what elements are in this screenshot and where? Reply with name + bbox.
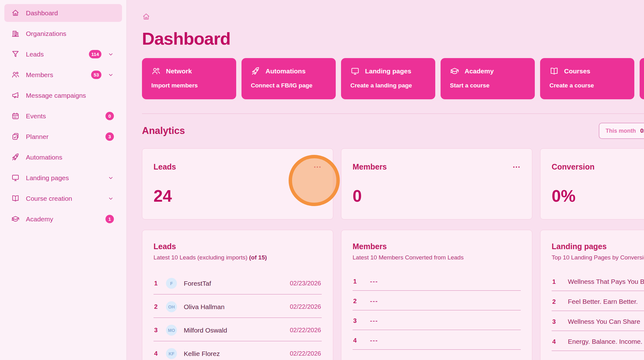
sidebar-item-label: Dashboard xyxy=(26,9,114,17)
sidebar-item-label: Landing pages xyxy=(26,174,101,182)
open-book-icon xyxy=(549,67,559,76)
quick-action-title: Courses xyxy=(564,67,590,75)
ellipsis-menu-icon[interactable]: ••• xyxy=(314,165,322,169)
landing-page-row[interactable]: 1 Wellness That Pays You Back xyxy=(552,275,644,291)
chevron-down-icon[interactable] xyxy=(108,195,114,202)
stat-card-leads: Leads ••• 24 xyxy=(142,148,333,219)
member-row[interactable]: 4 --- xyxy=(353,334,521,350)
list-title: Landing pages xyxy=(552,242,644,251)
funnel-icon xyxy=(11,50,20,58)
sidebar-item-label: Members xyxy=(26,71,85,79)
lead-row[interactable]: 1 F ForestTaf 02/23/2026 xyxy=(154,275,322,294)
users-icon xyxy=(11,71,20,79)
lists-row: Leads Latest 10 Leads (excluding imports… xyxy=(142,230,644,360)
avatar: OH xyxy=(166,301,177,312)
sidebar-item-message-campaigns[interactable]: Message campaigns xyxy=(4,86,122,104)
building-icon xyxy=(11,29,20,38)
member-row[interactable]: 2 --- xyxy=(353,294,521,310)
sidebar-item-label: Events xyxy=(26,112,99,120)
sidebar-item-label: Planner xyxy=(26,133,99,141)
ellipsis-menu-icon[interactable]: ••• xyxy=(513,165,521,169)
list-title: Leads xyxy=(154,242,322,251)
sidebar-item-landing-pages[interactable]: Landing pages xyxy=(4,169,122,187)
sidebar-item-planner[interactable]: Planner 3 xyxy=(4,128,122,145)
quick-action-title: Academy xyxy=(465,67,494,75)
monitor-icon xyxy=(350,67,360,76)
sidebar: Dashboard Organizations Leads 114 Member… xyxy=(0,0,127,360)
sidebar-item-automations[interactable]: Automations xyxy=(4,148,122,166)
stat-value: 0 xyxy=(353,186,521,205)
quick-action-subtitle: Create a landing page xyxy=(350,82,426,89)
sidebar-item-leads[interactable]: Leads 114 xyxy=(4,45,122,63)
section-divider xyxy=(142,113,644,114)
chevron-down-icon[interactable] xyxy=(108,72,114,78)
period-label: This month xyxy=(606,128,636,134)
page-title: Dashboard xyxy=(142,28,644,49)
sidebar-item-organizations[interactable]: Organizations xyxy=(4,25,122,42)
sidebar-item-label: Organizations xyxy=(26,30,114,37)
quick-action-title: Network xyxy=(166,67,192,75)
analytics-heading: Analytics xyxy=(142,125,185,136)
period-selector[interactable]: This month 02/0 xyxy=(599,123,644,139)
lead-row[interactable]: 2 OH Oliva Hallman 02/22/2026 xyxy=(154,298,322,318)
stat-value: 24 xyxy=(154,186,322,205)
leads-count-badge: 114 xyxy=(89,50,101,58)
rocket-icon xyxy=(11,153,20,161)
members-count-badge: 53 xyxy=(91,71,101,79)
leads-list-card: Leads Latest 10 Leads (excluding imports… xyxy=(142,230,333,360)
landing-page-row[interactable]: 2 Feel Better. Earn Better. xyxy=(552,295,644,311)
members-list-card: Members Latest 10 Members Converted from… xyxy=(341,230,532,360)
stat-title: Leads xyxy=(154,162,176,171)
planner-count-badge: 3 xyxy=(105,132,114,141)
calendar-icon xyxy=(11,112,20,120)
quick-action-network[interactable]: Network Import members xyxy=(142,58,236,99)
quick-action-landing-pages[interactable]: Landing pages Create a landing page xyxy=(341,58,435,99)
lead-row[interactable]: 4 KF Kellie Florez 02/22/2026 xyxy=(154,345,322,360)
list-title: Members xyxy=(353,242,521,251)
list-subtitle: Latest 10 Leads (excluding imports) (of … xyxy=(154,254,322,261)
megaphone-icon xyxy=(11,91,20,100)
landing-page-row[interactable]: 3 Wellness You Can Share xyxy=(552,315,644,331)
sidebar-item-dashboard[interactable]: Dashboard xyxy=(4,4,122,22)
users-icon xyxy=(151,67,161,76)
member-row[interactable]: 3 --- xyxy=(353,314,521,330)
list-subtitle: Top 10 Landing Pages by Conversion xyxy=(552,254,644,261)
chevron-down-icon[interactable] xyxy=(108,175,114,181)
rocket-icon xyxy=(251,67,260,76)
member-row[interactable]: 1 --- xyxy=(353,275,521,291)
avatar: KF xyxy=(166,348,177,359)
chevron-down-icon[interactable] xyxy=(108,51,114,57)
stat-title: Conversion xyxy=(552,162,595,171)
period-value: 02/0 xyxy=(640,127,644,134)
sidebar-item-events[interactable]: Events 0 xyxy=(4,107,122,125)
quick-actions-row: Network Import members Automations Conne… xyxy=(142,58,644,99)
sidebar-item-label: Academy xyxy=(26,215,99,223)
graduation-cap-icon xyxy=(450,67,459,76)
quick-action-subtitle: Connect a FB/IG page xyxy=(251,82,326,89)
quick-action-academy[interactable]: Academy Start a course xyxy=(441,58,535,99)
quick-action-courses[interactable]: Courses Create a course xyxy=(540,58,634,99)
events-count-badge: 0 xyxy=(105,112,114,120)
quick-action-subtitle: Import members xyxy=(151,82,227,89)
avatar: F xyxy=(166,278,177,289)
stat-card-members: Members ••• 0 xyxy=(341,148,532,219)
sidebar-item-academy[interactable]: Academy 1 xyxy=(4,210,122,228)
quick-action-subtitle: Start a course xyxy=(450,82,525,89)
landing-page-row[interactable]: 4 Energy. Balance. Income. xyxy=(552,335,644,351)
clipboard-check-icon xyxy=(11,132,20,141)
quick-action-subtitle: Create a course xyxy=(549,82,625,89)
home-icon xyxy=(11,9,20,17)
avatar: MO xyxy=(166,325,177,336)
quick-action-partial[interactable]: C xyxy=(640,58,644,99)
lead-row[interactable]: 3 MO Milford Oswald 02/22/2026 xyxy=(154,322,322,341)
academy-count-badge: 1 xyxy=(105,215,114,223)
sidebar-item-course-creation[interactable]: Course creation xyxy=(4,190,122,207)
graduation-cap-icon xyxy=(11,215,20,223)
list-subtitle: Latest 10 Members Converted from Leads xyxy=(353,254,521,261)
stats-row: Leads ••• 24 Members ••• 0 Conversion 0% xyxy=(142,148,644,219)
sidebar-item-members[interactable]: Members 53 xyxy=(4,66,122,84)
open-book-icon xyxy=(11,194,20,203)
breadcrumb-home-icon[interactable] xyxy=(142,12,150,21)
stat-title: Members xyxy=(353,162,387,171)
quick-action-automations[interactable]: Automations Connect a FB/IG page xyxy=(242,58,336,99)
